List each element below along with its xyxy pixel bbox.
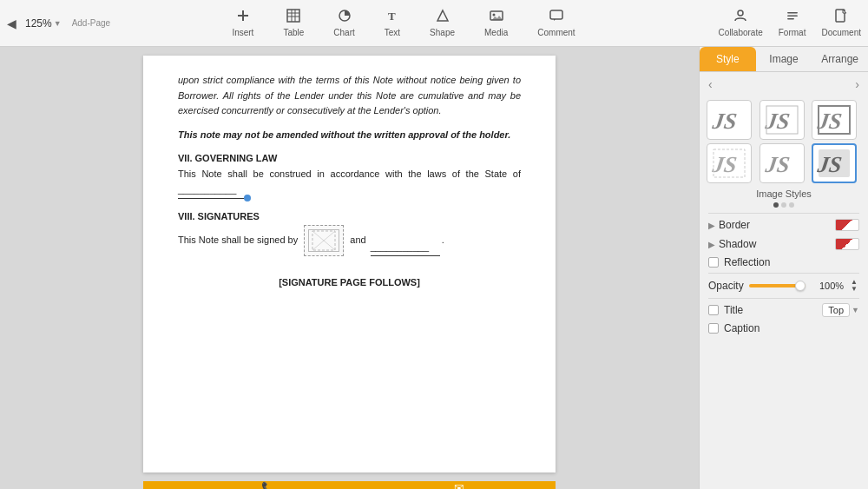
toolbar-comment[interactable]: Comment: [530, 5, 582, 41]
style-thumb-1[interactable]: JS: [707, 100, 752, 140]
shadow-row[interactable]: ▶ Shadow: [700, 235, 868, 254]
svg-point-13: [738, 10, 743, 16]
title-checkbox[interactable]: [708, 305, 719, 315]
toolbar-shape[interactable]: Shape: [423, 5, 462, 41]
zoom-control[interactable]: 125% ▼: [25, 17, 62, 30]
toolbar-chart[interactable]: Chart: [326, 5, 361, 41]
next-style-button[interactable]: ›: [852, 76, 863, 93]
media-label: Media: [484, 28, 508, 37]
svg-rect-14: [787, 12, 798, 14]
toolbar-media[interactable]: Media: [477, 5, 515, 41]
dot-1: [773, 202, 779, 208]
shadow-color-swatch[interactable]: [835, 238, 859, 250]
title-position-control: Top ▼: [822, 303, 859, 317]
phone-icon: 📞: [261, 481, 276, 489]
signature-blank-2: ___________: [371, 240, 440, 256]
email-icon: ✉: [454, 481, 464, 489]
style-thumb-2[interactable]: JS: [760, 100, 805, 140]
doc-governing-law-text: This Note shall be construed in accordan…: [178, 167, 521, 198]
doc-signatures-text: This Note shall be signed by and _______…: [178, 225, 521, 256]
divider-1: [708, 213, 859, 214]
footer-banner: 📞 +1(555)34-34322 ✉ contact@larsen.co: [143, 481, 556, 489]
tab-style[interactable]: Style: [700, 47, 756, 71]
document-icon: [835, 9, 847, 26]
svg-rect-1: [242, 10, 244, 21]
prev-style-button[interactable]: ‹: [705, 76, 716, 93]
caption-label: Caption: [724, 322, 760, 334]
document-area[interactable]: upon strict compliance with the terms of…: [0, 47, 699, 489]
collaborate-button[interactable]: Collaborate: [719, 9, 763, 37]
border-label: Border: [719, 219, 750, 231]
title-position-value: Top: [822, 303, 850, 317]
collaborate-label: Collaborate: [719, 28, 763, 37]
style-nav: ‹ ›: [700, 72, 868, 96]
svg-rect-2: [287, 10, 299, 22]
footer-email: ✉ contact@larsen.co: [423, 481, 495, 489]
caption-checkbox[interactable]: [708, 323, 719, 334]
zoom-value: 125%: [25, 17, 52, 30]
collaborate-icon: [733, 9, 747, 26]
shadow-right: [835, 238, 859, 250]
opacity-value: 100%: [811, 281, 844, 291]
svg-line-19: [312, 231, 335, 250]
add-page-button[interactable]: Add-Page: [72, 18, 110, 28]
style-thumb-4[interactable]: JS: [707, 143, 752, 183]
footer-arc: [143, 481, 174, 489]
document-button[interactable]: Document: [821, 9, 861, 37]
title-row: Title Top ▼: [700, 301, 868, 320]
reflection-row: Reflection: [700, 254, 868, 271]
panel-tabs: Style Image Arrange: [700, 47, 868, 72]
title-label: Title: [724, 304, 743, 316]
title-left: Title: [708, 304, 743, 316]
border-color-swatch[interactable]: [835, 219, 859, 231]
toolbar-table[interactable]: Table: [276, 5, 311, 41]
format-button[interactable]: Format: [779, 9, 806, 37]
svg-text:JS: JS: [765, 109, 792, 134]
cursor: [244, 195, 251, 202]
toolbar-insert[interactable]: Insert: [225, 5, 260, 41]
insert-icon: [236, 9, 250, 26]
reflection-checkbox[interactable]: [708, 257, 719, 268]
dot-2: [781, 202, 786, 208]
opacity-down-button[interactable]: ▼: [849, 286, 859, 293]
divider-2: [708, 273, 859, 274]
opacity-label: Opacity: [708, 280, 744, 292]
svg-rect-18: [312, 231, 335, 250]
media-icon: [490, 9, 503, 26]
style-thumb-6[interactable]: JS: [812, 143, 857, 183]
text-label: Text: [385, 28, 400, 37]
tab-image[interactable]: Image: [756, 47, 812, 71]
right-panel: Style Image Arrange ‹ › JS JS JS JS: [699, 47, 868, 489]
svg-text:JS: JS: [712, 109, 739, 134]
caption-row: Caption: [700, 320, 868, 337]
dot-3: [789, 202, 794, 208]
doc-paragraph-1: upon strict compliance with the terms of…: [178, 73, 521, 119]
svg-text:JS: JS: [765, 152, 792, 177]
divider-3: [708, 298, 859, 299]
opacity-thumb[interactable]: [795, 281, 806, 291]
signature-image-placeholder[interactable]: [304, 225, 344, 256]
footer-contact: 📞 +1(555)34-34322 ✉ contact@larsen.co: [174, 481, 556, 489]
toolbar-text[interactable]: T Text: [378, 5, 407, 41]
image-styles-dots: [700, 202, 868, 208]
border-row[interactable]: ▶ Border: [700, 215, 868, 235]
chart-label: Chart: [333, 28, 354, 37]
svg-marker-9: [437, 10, 448, 21]
doc-paragraph-bold: This note may not be amended without the…: [178, 128, 521, 143]
shadow-chevron: ▶: [708, 240, 715, 249]
toolbar-center: Insert Table Chart T Text Shape: [120, 5, 687, 41]
style-thumb-5[interactable]: JS: [760, 143, 805, 183]
opacity-row: Opacity 100% ▲ ▼: [700, 275, 868, 296]
opacity-slider[interactable]: [749, 284, 806, 287]
svg-text:JS: JS: [817, 109, 844, 134]
table-icon: [286, 9, 300, 26]
section-governing-law: VII. GOVERNING LAW: [178, 153, 521, 163]
text-icon: T: [385, 9, 399, 26]
tab-arrange[interactable]: Arrange: [812, 47, 868, 71]
format-icon: [786, 9, 799, 26]
style-thumbnails: JS JS JS JS JS JS: [700, 96, 868, 187]
style-thumb-3[interactable]: JS: [812, 100, 857, 140]
state-blank[interactable]: ___________: [178, 182, 247, 199]
toolbar-left: ◀ 125% ▼ Add-Page: [7, 17, 120, 30]
svg-text:JS: JS: [817, 152, 844, 177]
